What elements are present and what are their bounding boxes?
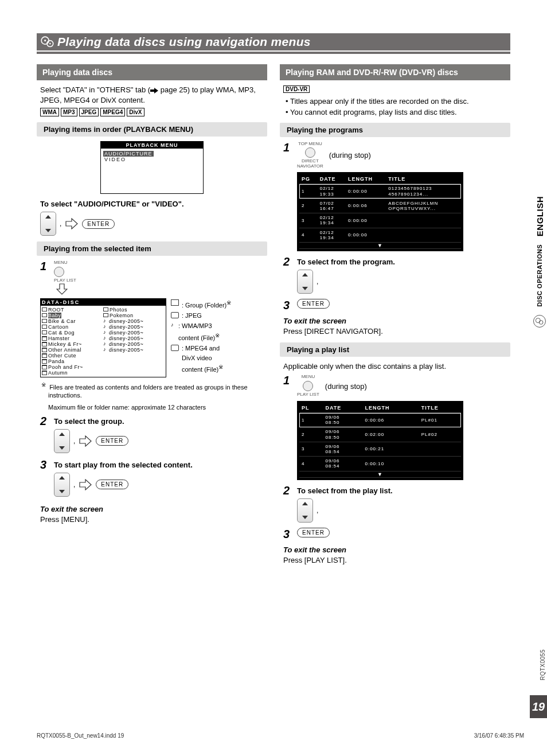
enter-button[interactable]: ENTER	[96, 436, 128, 446]
svg-point-4	[536, 318, 540, 323]
exit-heading: To exit the screen	[40, 505, 264, 513]
format-divx: DivX	[127, 108, 144, 116]
side-tabs: ENGLISH DISC OPERATIONS	[533, 196, 546, 328]
r-step-3: 3	[283, 299, 292, 311]
format-wma: WMA	[40, 108, 59, 116]
page: Playing data discs using navigation menu…	[37, 33, 510, 710]
page-number: 19	[530, 695, 547, 718]
up-down-button[interactable]	[297, 270, 313, 294]
music-note-icon	[171, 322, 175, 327]
arrow-right-outline-icon	[79, 434, 92, 448]
table-row: 402/1219:340:00:00	[299, 228, 461, 242]
table-row: 109/0608:500:00:06PL#01	[299, 413, 461, 427]
footer: RQTX0055-B_Out_new14.indd 19 3/16/07 6:4…	[37, 732, 524, 739]
playback-menu-box: PLAYBACK MENU AUDIO/PICTURE VIDEO	[100, 141, 204, 194]
pl-step-2: 2	[283, 485, 292, 496]
dvdvr-notes: Titles appear only if the titles are rec…	[283, 96, 507, 117]
arrow-right-outline-icon	[79, 478, 92, 492]
accent-bar	[37, 52, 510, 54]
playlist-note: Applicable only when the disc contains a…	[283, 361, 507, 372]
section-playback-menu: Playing items in order (PLAYBACK MENU)	[37, 122, 267, 137]
page-title: Playing data discs using navigation menu…	[57, 35, 311, 49]
program-table: PGDATELENGTHTITLE 102/1219:330:00:000123…	[297, 172, 463, 251]
during-stop: (during stop)	[329, 151, 371, 159]
left-header: Playing data discs	[37, 64, 267, 80]
nav-buttons-row: , ENTER	[40, 212, 264, 236]
legend: : Group (Folder)※ : JPEG : WMA/MP3conten…	[171, 298, 231, 375]
exit-body: Press [DIRECT NAVIGATOR].	[283, 326, 507, 337]
r-step-1: 1	[283, 142, 292, 153]
title-bar: Playing data discs using navigation menu…	[37, 33, 510, 50]
up-down-button[interactable]	[54, 429, 70, 453]
discs-icon	[40, 36, 55, 48]
svg-point-1	[44, 40, 46, 41]
footer-file: RQTX0055-B_Out_new14.indd 19	[37, 732, 124, 739]
folder-icon	[171, 299, 179, 306]
format-badges: WMA MP3 JPEG MPEG4 DivX	[40, 108, 264, 116]
table-row: 207/0216:470:00:06ABCDEFGHIJKLMNOPQRSTUV…	[299, 198, 461, 213]
left-column: Playing data discs Select "DATA" in "OTH…	[37, 64, 267, 566]
format-mp3: MP3	[61, 108, 77, 116]
table-row: 209/0608:500:02:00PL#02	[299, 427, 461, 442]
video-file-icon	[171, 345, 179, 351]
arrow-down-outline-icon	[56, 283, 68, 295]
step2-text: To select the group.	[54, 417, 264, 426]
format-mpeg4: MPEG4	[100, 108, 125, 116]
playlist-table: PLDATELENGTHTITLE 109/0608:500:00:06PL#0…	[297, 401, 463, 480]
playback-opt-video: VIDEO	[103, 157, 201, 162]
arrow-right-icon	[150, 85, 158, 95]
pl-step-1: 1	[283, 375, 292, 386]
right-column: Playing RAM and DVD-R/-RW (DVD-VR) discs…	[280, 64, 510, 566]
step3-text: To start play from the selected content.	[54, 461, 264, 469]
during-stop: (during stop)	[325, 382, 367, 391]
up-down-button[interactable]	[297, 498, 313, 523]
up-down-button[interactable]	[40, 212, 56, 236]
menu-playlist-button[interactable]: MENU PLAY LIST	[54, 260, 79, 283]
playback-opt-audio-picture: AUDIO/PICTURE	[103, 151, 154, 157]
table-row: 409/0608:540:00:10	[299, 457, 461, 471]
step-3: 3	[40, 459, 49, 470]
dvd-vr-badge: DVD-VR	[283, 85, 310, 93]
document-id: RQTX0055	[540, 649, 546, 680]
data-disc-tree: DATA-DISC ROOT Baby Bike & Car Cartoon C…	[40, 298, 166, 377]
footnote-2: Maximum file or folder name: approximate…	[40, 403, 264, 412]
step-2: 2	[40, 415, 49, 427]
select-playlist-text: To select from the play list.	[297, 486, 507, 495]
exit-heading: To exit the screen	[283, 545, 507, 554]
footer-timestamp: 3/16/07 6:48:35 PM	[474, 732, 524, 739]
footnote-1: ※ Files are treated as contents and fold…	[40, 381, 264, 400]
topmenu-button[interactable]: TOP MENU DIRECT NAVIGATOR	[297, 142, 323, 169]
menu-playlist-button[interactable]: MENU PLAY LIST	[297, 375, 319, 398]
select-av-instruction: To select "AUDIO/PICTURE" or "VIDEO".	[40, 200, 264, 208]
enter-button[interactable]: ENTER	[96, 480, 128, 489]
playback-menu-title: PLAYBACK MENU	[101, 142, 203, 149]
up-down-button[interactable]	[54, 473, 70, 497]
select-program-text: To select from the program.	[297, 258, 507, 266]
section-selected-item: Playing from the selected item	[37, 241, 267, 256]
intro-text: Select "DATA" in "OTHERS" tab ( page 25)…	[40, 85, 264, 105]
enter-button[interactable]: ENTER	[297, 299, 330, 309]
pl-step-3: 3	[283, 528, 292, 540]
language-tab: ENGLISH	[535, 196, 545, 236]
format-jpeg: JPEG	[79, 108, 99, 116]
exit-body: Press [MENU].	[40, 515, 264, 525]
tree-title: DATA-DISC	[41, 299, 166, 306]
enter-button[interactable]: ENTER	[297, 528, 330, 537]
enter-button[interactable]: ENTER	[82, 219, 115, 229]
section-programs: Playing the programs	[280, 123, 510, 137]
exit-body: Press [PLAY LIST].	[283, 555, 507, 566]
right-header: Playing RAM and DVD-R/-RW (DVD-VR) discs	[280, 64, 510, 80]
table-row: 309/0608:540:00:21	[299, 442, 461, 456]
table-row: 102/1219:330:00:000123456789012345678901…	[299, 184, 461, 198]
table-row: 302/1219:340:00:00	[299, 213, 461, 228]
arrow-right-outline-icon	[65, 217, 79, 231]
svg-point-3	[49, 43, 51, 45]
exit-heading: To exit the screen	[283, 317, 507, 325]
jpeg-icon	[171, 312, 179, 318]
step-1: 1	[40, 260, 49, 272]
r-step-2: 2	[283, 256, 292, 267]
disc-icon	[533, 315, 546, 328]
disc-operations-tab: DISC OPERATIONS	[536, 244, 543, 307]
section-playlist: Playing a play list	[280, 342, 510, 357]
